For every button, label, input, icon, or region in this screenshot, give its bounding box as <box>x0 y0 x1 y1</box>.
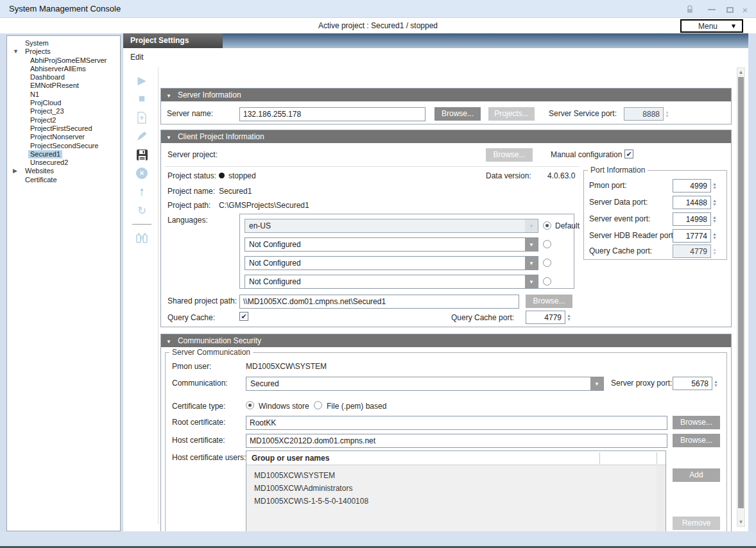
server-information-header[interactable]: ▼Server Information <box>161 89 731 101</box>
tree-item-project[interactable]: ProjCloud <box>7 99 120 107</box>
server-event-port-input[interactable] <box>673 212 711 226</box>
file-pem-radio[interactable] <box>314 401 322 409</box>
shared-path-browse-button[interactable]: Browse... <box>526 295 572 308</box>
chevron-down-icon: ▼ <box>525 257 538 270</box>
communication-security-header[interactable]: ▼Communication Security <box>161 334 731 347</box>
tree-item-project[interactable]: ProjectFirstSecured <box>7 124 120 133</box>
tree-item-project[interactable]: N1 <box>7 90 120 99</box>
tree-item-system[interactable]: System <box>7 39 120 47</box>
spinner-arrows-icon[interactable]: ▲▼ <box>712 182 717 190</box>
tree-item-project[interactable]: Project2 <box>7 116 120 124</box>
tree-item-project[interactable]: ProjectSecondSecure <box>7 142 120 150</box>
service-port-input[interactable] <box>624 107 664 121</box>
server-hdb-reader-port-input[interactable] <box>673 229 711 243</box>
query-cache-checkbox[interactable] <box>239 312 248 321</box>
spinner-arrows-icon[interactable]: ▲▼ <box>712 232 717 240</box>
windows-store-radio[interactable] <box>246 401 254 409</box>
spinner-arrows-icon[interactable]: ▲▼ <box>714 380 718 388</box>
user-row[interactable]: MD1005XCW\Administrators <box>254 484 352 493</box>
compare-projects-icon[interactable] <box>134 232 150 244</box>
minimize-button[interactable] <box>705 4 719 15</box>
language-default-radio-2[interactable] <box>543 240 551 248</box>
users-list-header[interactable]: Group or user names <box>246 451 666 465</box>
server-proxy-port-spinner[interactable]: ▲▼ <box>673 377 718 390</box>
language-default-radio-3[interactable] <box>543 259 551 267</box>
tree-item-certificate[interactable]: Certificate <box>7 176 120 184</box>
tab-project-settings[interactable]: Project Settings <box>123 33 223 48</box>
edit-menu[interactable]: Edit <box>130 53 144 62</box>
language-dropdown-3[interactable]: Not Configured▼ <box>245 256 538 270</box>
user-row[interactable]: MD1005XCW\S-1-5-5-0-1400108 <box>254 497 368 506</box>
server-event-port-spinner[interactable]: ▲▼ <box>673 212 717 226</box>
root-certificate-browse-button[interactable]: Browse... <box>673 416 720 429</box>
main-vertical-scrollbar[interactable]: ▲ ▼ <box>737 67 745 527</box>
pmon-port-spinner[interactable]: ▲▼ <box>673 179 717 193</box>
language-dropdown-4[interactable]: Not Configured▼ <box>245 275 538 289</box>
tree-item-project[interactable]: EMNotPResent <box>7 81 120 90</box>
edit-project-icon[interactable] <box>134 130 150 142</box>
cancel-icon[interactable]: × <box>134 167 150 180</box>
host-certificate-browse-button[interactable]: Browse... <box>673 434 720 447</box>
projects-button[interactable]: Projects... <box>488 107 535 121</box>
close-button[interactable]: × <box>738 4 752 15</box>
expand-icon[interactable]: ▶ <box>13 167 17 175</box>
tree-item-projects[interactable]: ▼Projects <box>7 47 120 56</box>
restore-project-icon[interactable] <box>134 111 150 124</box>
section-client-project-information: ▼Client Project Information Server proje… <box>160 130 732 327</box>
host-certificate-input[interactable] <box>246 434 667 448</box>
spinner-arrows-icon[interactable]: ▲▼ <box>665 110 669 118</box>
tree-item-project[interactable]: Unsecured2 <box>7 158 120 167</box>
tree-item-project[interactable]: AbhiProjSomeEMServer <box>7 56 120 65</box>
tree-item-project[interactable]: ProjectNonserver <box>7 133 120 141</box>
spinner-arrows-icon[interactable]: ▲▼ <box>712 216 717 223</box>
remove-user-button[interactable]: Remove <box>673 517 720 530</box>
manual-configuration-checkbox[interactable] <box>624 150 633 158</box>
maximize-button[interactable] <box>723 4 737 15</box>
server-communication-title: Server Communication <box>169 348 253 357</box>
server-hdb-reader-port-spinner[interactable]: ▲▼ <box>673 229 717 243</box>
host-certificate-users-list[interactable]: Group or user names MD1005XCW\SYSTEM MD1… <box>246 450 666 544</box>
start-project-icon[interactable]: ▶ <box>134 74 150 87</box>
language-default-radio-4[interactable] <box>543 277 551 286</box>
server-browse-button[interactable]: Browse... <box>434 107 481 121</box>
server-name-input[interactable] <box>239 107 425 121</box>
users-list-vertical-scrollbar[interactable] <box>657 466 665 538</box>
save-icon[interactable] <box>134 148 150 161</box>
pmon-port-input[interactable] <box>673 179 711 193</box>
scroll-down-icon[interactable]: ▼ <box>737 518 744 526</box>
stop-project-icon[interactable]: ■ <box>134 92 150 105</box>
spinner-arrows-icon[interactable]: ▲▼ <box>712 199 717 207</box>
query-cache-port-input[interactable] <box>526 311 565 324</box>
collapse-icon[interactable]: ▼ <box>13 47 19 56</box>
tree-item-websites[interactable]: ▶Websites <box>7 167 120 175</box>
tree-item-project[interactable]: Dashboard <box>7 73 120 81</box>
scroll-up-icon[interactable]: ▲ <box>737 68 744 76</box>
language-dropdown-2[interactable]: Not Configured▼ <box>245 237 538 252</box>
server-data-port-input[interactable] <box>673 196 711 209</box>
communication-dropdown[interactable]: Secured▼ <box>246 377 604 391</box>
root-certificate-input[interactable] <box>246 416 667 430</box>
tree-item-project[interactable]: Project_23 <box>7 107 120 116</box>
server-data-port-spinner[interactable]: ▲▼ <box>673 196 717 209</box>
add-user-button[interactable]: Add <box>673 468 720 482</box>
host-certificate-label: Host certificate: <box>172 436 225 445</box>
language-default-radio-1[interactable] <box>543 221 551 230</box>
query-cache-port-group-input[interactable] <box>673 244 711 258</box>
history-refresh-icon[interactable]: ↻ <box>134 204 150 217</box>
scrollbar-thumb[interactable] <box>738 77 744 508</box>
tree-item-project[interactable]: AbhiserverAllEms <box>7 65 120 73</box>
user-row[interactable]: MD1005XCW\SYSTEM <box>254 471 335 480</box>
query-cache-port-spinner[interactable]: ▲▼ <box>526 311 571 324</box>
service-port-spinner[interactable]: ▲▼ <box>624 107 669 121</box>
server-proxy-port-input[interactable] <box>673 377 712 390</box>
menu-dropdown[interactable]: Menu ▼ <box>680 19 743 33</box>
client-project-information-header[interactable]: ▼Client Project Information <box>161 130 731 143</box>
tree-item-secured1-selected[interactable]: Secured1 <box>7 150 120 158</box>
spinner-arrows-icon[interactable]: ▲▼ <box>712 248 717 255</box>
shared-project-path-input[interactable] <box>239 295 519 309</box>
language-dropdown-1[interactable]: en-US▼ <box>245 219 538 233</box>
server-project-browse-button[interactable]: Browse... <box>486 148 533 162</box>
upgrade-project-icon[interactable]: ↑ <box>134 185 150 198</box>
query-cache-port-group-spinner[interactable]: ▲▼ <box>673 244 717 258</box>
spinner-arrows-icon[interactable]: ▲▼ <box>567 314 571 321</box>
